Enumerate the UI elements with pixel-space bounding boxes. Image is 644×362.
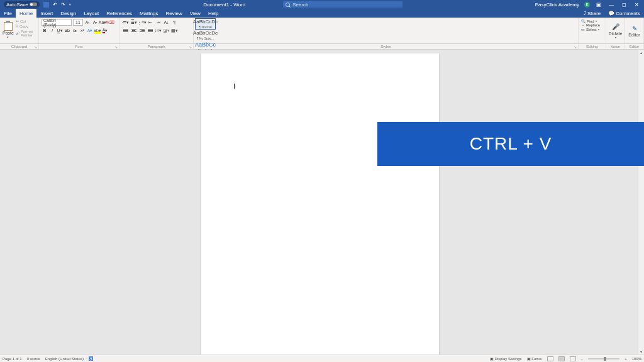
autosave-toggle[interactable]: AutoSave	[4, 1, 40, 8]
ribbon-options-icon[interactable]: ▣	[595, 1, 602, 8]
search-placeholder: Search	[292, 2, 308, 8]
show-marks-button[interactable]: ¶	[171, 19, 178, 26]
toggle-off-icon	[30, 3, 37, 6]
find-icon: 🔍	[581, 19, 586, 23]
launcher-icon[interactable]: ↘	[114, 45, 118, 49]
align-center-button[interactable]	[130, 27, 137, 34]
account-avatar[interactable]: E	[584, 2, 590, 8]
accessibility-icon[interactable]: ♿	[89, 356, 93, 361]
tab-help[interactable]: Help	[204, 9, 222, 18]
subscript-button[interactable]: x₂	[72, 27, 78, 34]
comments-button[interactable]: 💬Comments	[604, 11, 644, 16]
chevron-down-icon[interactable]: ▾	[7, 35, 9, 39]
multilevel-button[interactable]: ⋮≡▾	[138, 19, 145, 26]
zoom-slider[interactable]	[588, 358, 619, 359]
highlight-button[interactable]: ab▾	[94, 27, 101, 34]
editor-label: Editor	[628, 33, 640, 37]
change-case-button[interactable]: Aa▾	[99, 19, 106, 26]
select-icon: ▭	[581, 27, 585, 31]
format-painter-button[interactable]: 🖌Format Painter	[16, 30, 36, 37]
focus-mode[interactable]: ▣ Focus	[527, 356, 542, 361]
font-color-button[interactable]: A▾	[102, 27, 108, 34]
scroll-up-icon[interactable]: ▴	[638, 50, 644, 55]
editing-group-label: Editing	[579, 44, 606, 49]
font-name-select[interactable]: Calibri (Body)	[42, 19, 72, 26]
shading-button[interactable]: ◪▾	[163, 27, 170, 34]
read-mode-button[interactable]	[547, 356, 553, 361]
document-title: Document1 - Word	[203, 2, 245, 8]
launcher-icon[interactable]: ↘	[574, 45, 577, 49]
autosave-label: AutoSave	[6, 2, 28, 8]
tab-design[interactable]: Design	[57, 9, 80, 18]
zoom-level[interactable]: 100%	[632, 357, 641, 361]
chevron-down-icon[interactable]: ▾	[615, 36, 616, 39]
tab-layout[interactable]: Layout	[80, 9, 103, 18]
tab-home[interactable]: Home	[16, 9, 36, 18]
find-button[interactable]: 🔍Find▾	[581, 19, 603, 23]
display-settings[interactable]: ▣ Display Settings	[490, 356, 522, 361]
font-size-select[interactable]: 11	[73, 19, 83, 26]
bold-button[interactable]: B	[42, 27, 48, 34]
editor-button[interactable]: ✎	[630, 24, 639, 33]
editor-group-label: Editor	[625, 44, 644, 49]
dictate-button[interactable]: 🎤	[611, 23, 620, 31]
undo-icon[interactable]: ↶	[53, 2, 57, 8]
superscript-button[interactable]: x²	[79, 27, 86, 34]
zoom-in-button[interactable]: +	[625, 357, 627, 361]
style-name-label: ¶ No Spac...	[197, 37, 214, 40]
tab-insert[interactable]: Insert	[36, 9, 57, 18]
tab-view[interactable]: View	[186, 9, 204, 18]
save-icon[interactable]	[43, 2, 49, 8]
close-button[interactable]: ✕	[633, 1, 640, 8]
text-effects-button[interactable]: A▾	[87, 27, 93, 34]
scroll-down-icon[interactable]: ▾	[638, 349, 644, 354]
clear-format-button[interactable]: A⌫	[107, 19, 113, 26]
decrease-indent-button[interactable]: ⇤	[147, 19, 153, 26]
search-input[interactable]: Search	[283, 1, 402, 8]
share-icon: ⤴	[584, 11, 586, 16]
style-preview: AaBbCcDc	[193, 30, 218, 36]
launcher-icon[interactable]: ↘	[189, 45, 192, 49]
style---normal[interactable]: AaBbCcDc¶ Normal	[195, 18, 216, 30]
align-left-button[interactable]	[122, 27, 129, 34]
strike-button[interactable]: ab	[64, 27, 70, 34]
page-indicator[interactable]: Page 1 of 1	[3, 357, 22, 361]
tab-mailings[interactable]: Mailings	[136, 9, 162, 18]
align-right-button[interactable]	[138, 27, 145, 34]
minimize-button[interactable]: —	[608, 1, 615, 8]
tab-review[interactable]: Review	[162, 9, 186, 18]
brush-icon: 🖌	[16, 31, 19, 35]
print-layout-button[interactable]	[558, 356, 565, 361]
shortcut-overlay: CTRL + V	[377, 122, 644, 166]
word-count[interactable]: 0 words	[27, 357, 40, 361]
tab-file[interactable]: File	[0, 9, 16, 18]
select-button[interactable]: ▭Select▾	[581, 27, 603, 31]
paste-button[interactable]: Paste ▾	[3, 19, 14, 42]
line-spacing-button[interactable]: ↕≡▾	[155, 27, 162, 34]
web-layout-button[interactable]	[570, 356, 576, 361]
copy-icon: ⎘	[16, 25, 18, 28]
language-indicator[interactable]: English (United States)	[45, 357, 84, 361]
numbering-button[interactable]: ≣▾	[130, 19, 137, 26]
voice-group-label: Voice	[606, 44, 625, 49]
tab-references[interactable]: References	[103, 9, 136, 18]
italic-button[interactable]: I	[49, 27, 55, 34]
sort-button[interactable]: A↓	[163, 19, 170, 26]
shrink-font-button[interactable]: A▾	[92, 19, 98, 26]
styles-group-label: Styles↘	[194, 44, 579, 49]
vertical-scrollbar[interactable]: ▴ ▾	[638, 50, 644, 354]
launcher-icon[interactable]: ↘	[34, 45, 37, 49]
maximize-button[interactable]: ◻	[620, 1, 628, 8]
grow-font-button[interactable]: A▴	[84, 19, 91, 26]
justify-button[interactable]	[147, 27, 153, 34]
borders-button[interactable]: ▦▾	[171, 27, 178, 34]
style---no-spac---[interactable]: AaBbCcDc¶ No Spac...	[195, 30, 216, 41]
zoom-out-button[interactable]: −	[581, 357, 584, 361]
share-button[interactable]: ⤴Share	[580, 11, 604, 16]
redo-icon[interactable]: ↷	[61, 2, 65, 8]
increase-indent-button[interactable]: ⇥	[155, 19, 162, 26]
account-name[interactable]: EasyClick Academy	[535, 2, 579, 8]
document-page[interactable]	[201, 53, 439, 354]
underline-button[interactable]: U▾	[57, 27, 63, 34]
bullets-button[interactable]: ≔▾	[122, 19, 129, 26]
